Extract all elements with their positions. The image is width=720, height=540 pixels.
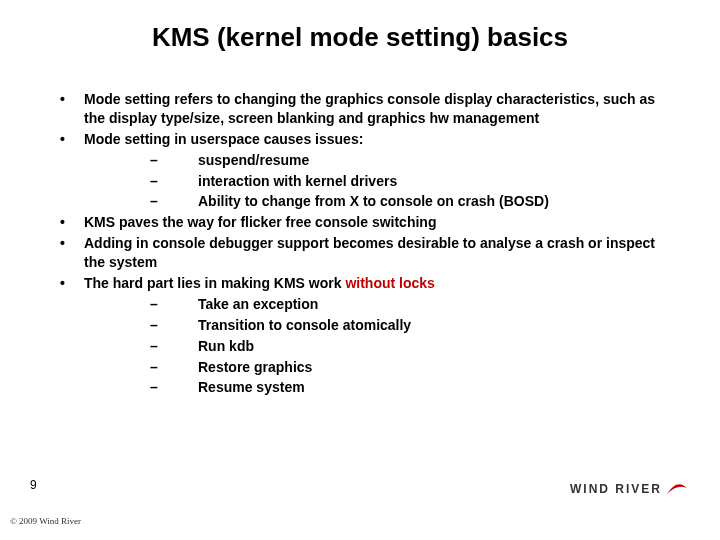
bullet-item: • The hard part lies in making KMS work … [60, 274, 660, 293]
sub-bullet-item: – Transition to console atomically [150, 316, 660, 335]
bullet-marker: • [60, 90, 84, 128]
bullet-text: The hard part lies in making KMS work wi… [84, 274, 660, 293]
dash-marker: – [150, 337, 198, 356]
bullet-text: KMS paves the way for flicker free conso… [84, 213, 660, 232]
page-number: 9 [30, 478, 37, 492]
sub-bullet-item: – Restore graphics [150, 358, 660, 377]
sub-bullet-text: Resume system [198, 378, 660, 397]
sub-list: – suspend/resume – interaction with kern… [150, 151, 660, 212]
sub-bullet-text: Ability to change from X to console on c… [198, 192, 660, 211]
bullet-marker: • [60, 274, 84, 293]
sub-bullet-text: interaction with kernel drivers [198, 172, 660, 191]
dash-marker: – [150, 295, 198, 314]
dash-marker: – [150, 316, 198, 335]
swoosh-icon [666, 482, 688, 496]
sub-bullet-text: suspend/resume [198, 151, 660, 170]
sub-bullet-text: Restore graphics [198, 358, 660, 377]
sub-bullet-text: Run kdb [198, 337, 660, 356]
sub-bullet-text: Take an exception [198, 295, 660, 314]
bullet-item: • Mode setting in userspace causes issue… [60, 130, 660, 149]
slide-body: • Mode setting refers to changing the gr… [60, 90, 660, 399]
slide-title: KMS (kernel mode setting) basics [0, 22, 720, 53]
dash-marker: – [150, 192, 198, 211]
dash-marker: – [150, 151, 198, 170]
bullet-item: • Mode setting refers to changing the gr… [60, 90, 660, 128]
bullet-text: Adding in console debugger support becom… [84, 234, 660, 272]
bullet-marker: • [60, 213, 84, 232]
sub-bullet-item: – interaction with kernel drivers [150, 172, 660, 191]
copyright: © 2009 Wind River [10, 516, 81, 526]
bullet-text: Mode setting in userspace causes issues: [84, 130, 660, 149]
dash-marker: – [150, 378, 198, 397]
sub-list: – Take an exception – Transition to cons… [150, 295, 660, 397]
slide: KMS (kernel mode setting) basics • Mode … [0, 0, 720, 540]
bullet-marker: • [60, 130, 84, 149]
sub-bullet-item: – Run kdb [150, 337, 660, 356]
logo-text: WIND RIVER [570, 482, 662, 496]
dash-marker: – [150, 172, 198, 191]
sub-bullet-item: – Take an exception [150, 295, 660, 314]
bullet-text: Mode setting refers to changing the grap… [84, 90, 660, 128]
bullet-item: • KMS paves the way for flicker free con… [60, 213, 660, 232]
bullet-text-highlight: without locks [345, 275, 434, 291]
bullet-text-pre: The hard part lies in making KMS work [84, 275, 345, 291]
dash-marker: – [150, 358, 198, 377]
wind-river-logo: WIND RIVER [570, 482, 688, 496]
sub-bullet-item: – Resume system [150, 378, 660, 397]
sub-bullet-item: – suspend/resume [150, 151, 660, 170]
bullet-marker: • [60, 234, 84, 272]
sub-bullet-item: – Ability to change from X to console on… [150, 192, 660, 211]
sub-bullet-text: Transition to console atomically [198, 316, 660, 335]
bullet-item: • Adding in console debugger support bec… [60, 234, 660, 272]
